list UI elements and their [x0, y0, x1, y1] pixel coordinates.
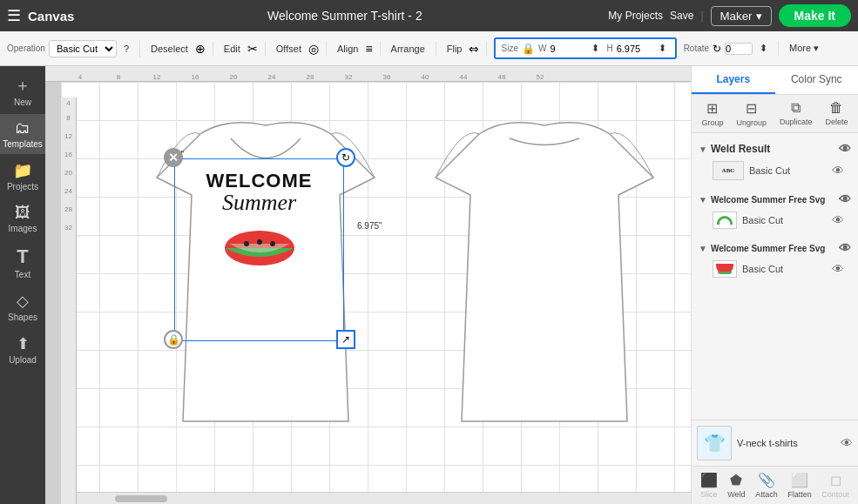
flatten-button[interactable]: ⬜ Flatten	[787, 472, 812, 499]
contour-icon: ◻	[830, 472, 841, 488]
layer-item-svg1-cut[interactable]: Basic Cut 👁	[699, 208, 851, 232]
attach-label: Attach	[755, 490, 778, 499]
layer-group-svg2: ▼ Welcome Summer Free Svg 👁 Basic Cut 👁	[692, 236, 858, 285]
maker-label: Maker	[720, 10, 753, 23]
sidebar-item-text[interactable]: T Text	[0, 240, 45, 285]
tshirt-thumb-eye[interactable]: 👁	[841, 436, 853, 450]
align-label: Align	[337, 44, 358, 54]
ungroup-icon: ⊟	[746, 100, 757, 117]
canvas-area[interactable]: 4 8 12 16 20 24 28 32 36 40 44 48 52 4 8…	[45, 66, 691, 504]
attach-button[interactable]: 📎 Attach	[755, 472, 778, 499]
svg2-cut-eye[interactable]: 👁	[832, 262, 844, 276]
sidebar-item-upload[interactable]: ⬆ Upload	[0, 329, 45, 370]
layer-item-svg2-cut[interactable]: Basic Cut 👁	[699, 257, 851, 281]
deselect-group: Deselect ⊕	[147, 42, 213, 56]
welcome-text: WELCOME	[206, 171, 313, 192]
layer-item-weld-cut[interactable]: ABC Basic Cut 👁	[699, 158, 851, 184]
height-stepper[interactable]: ⬍	[655, 41, 670, 56]
panel-action-icons: ⊞ Group ⊟ Ungroup ⧉ Duplicate 🗑 Delete	[692, 95, 858, 133]
weld-button[interactable]: ⬟ Weld	[727, 472, 745, 499]
svg1-eye[interactable]: 👁	[839, 192, 851, 206]
offset-button[interactable]: Offset	[273, 42, 305, 56]
watermelon-shape	[716, 264, 733, 274]
delete-button[interactable]: 🗑 Delete	[825, 100, 848, 127]
operation-select[interactable]: Basic Cut	[49, 40, 117, 57]
make-it-button[interactable]: Make It	[779, 4, 851, 27]
arrange-button[interactable]: Arrange	[388, 42, 429, 56]
deselect-label: Deselect	[151, 44, 188, 54]
attach-icon: 📎	[758, 472, 775, 488]
sidebar-item-shapes[interactable]: ◇ Shapes	[0, 286, 45, 327]
canvas-content[interactable]: 4 8 12 16 20 24 28 32	[61, 82, 691, 504]
arrange-group: Arrange	[388, 42, 436, 56]
sidebar-item-new[interactable]: ＋ New	[0, 70, 45, 112]
weld-cut-eye[interactable]: 👁	[832, 164, 844, 178]
ungroup-button[interactable]: ⊟ Ungroup	[736, 100, 767, 127]
flatten-label: Flatten	[787, 490, 812, 499]
images-icon: 🖼	[15, 204, 30, 222]
weld-result-eye[interactable]: 👁	[839, 142, 851, 156]
edit-button[interactable]: Edit	[220, 42, 244, 56]
templates-icon: 🗂	[15, 119, 30, 138]
svg-point-2	[257, 239, 262, 245]
text-icon: T	[17, 245, 28, 268]
my-projects-link[interactable]: My Projects	[608, 10, 663, 22]
weld-label: Weld	[727, 490, 745, 499]
flip-group: Flip ⇔	[443, 42, 488, 56]
flip-button[interactable]: Flip	[443, 42, 466, 56]
arrange-label: Arrange	[391, 44, 425, 54]
summer-text: Summer	[222, 192, 296, 214]
scrollbar-thumb[interactable]	[115, 495, 167, 502]
weld-result-collapse[interactable]: ▼	[699, 144, 707, 154]
tab-color-sync[interactable]: Color Sync	[775, 66, 859, 94]
rotate-input[interactable]	[725, 43, 753, 55]
green-arc-shape	[717, 216, 733, 225]
slice-button[interactable]: ⬛ Slice	[700, 472, 718, 499]
save-link[interactable]: Save	[670, 10, 693, 22]
svg2-eye[interactable]: 👁	[839, 241, 851, 255]
tab-layers[interactable]: Layers	[692, 66, 775, 94]
height-indicator: 6.975"	[357, 221, 382, 231]
rotate-stepper[interactable]: ⬍	[756, 41, 771, 56]
more-group: More ▾	[786, 41, 829, 56]
svg1-collapse[interactable]: ▼	[699, 195, 707, 205]
delete-icon: 🗑	[829, 100, 843, 116]
align-button[interactable]: Align	[334, 42, 361, 56]
left-sidebar: ＋ New 🗂 Templates 📁 Projects 🖼 Images T …	[0, 66, 45, 504]
duplicate-button[interactable]: ⧉ Duplicate	[780, 100, 813, 127]
sidebar-item-upload-label: Upload	[9, 355, 37, 365]
height-input[interactable]	[617, 44, 652, 54]
maker-chevron-icon: ▾	[756, 10, 762, 23]
svg1-cut-eye[interactable]: 👁	[832, 213, 844, 227]
maker-button[interactable]: Maker ▾	[711, 6, 772, 26]
offset-icon: ◎	[308, 42, 319, 56]
new-icon: ＋	[15, 75, 30, 96]
operation-help-button[interactable]: ?	[120, 42, 132, 56]
group-button[interactable]: ⊞ Group	[701, 100, 723, 127]
svg2-collapse[interactable]: ▼	[699, 244, 707, 253]
deselect-button[interactable]: Deselect	[147, 42, 192, 56]
scrollbar-horizontal[interactable]	[77, 492, 691, 504]
size-label: Size	[501, 44, 517, 53]
sidebar-item-templates[interactable]: 🗂 Templates	[0, 114, 45, 154]
menu-icon[interactable]: ☰	[7, 6, 21, 25]
contour-button[interactable]: ◻ Contour	[821, 472, 849, 499]
watermelon-design	[220, 218, 299, 265]
svg-point-3	[270, 241, 275, 246]
edit-group: Edit ✂	[220, 42, 266, 56]
layers-list: ▼ Weld Result 👁 ABC Basic Cut 👁 ▼ Welcom…	[692, 133, 858, 420]
operation-group: Operation Basic Cut ?	[7, 40, 140, 57]
sidebar-item-shapes-label: Shapes	[8, 312, 37, 322]
sidebar-item-projects[interactable]: 📁 Projects	[0, 156, 45, 197]
weld-result-title: Weld Result	[711, 143, 770, 155]
edit-icon: ✂	[247, 42, 258, 56]
width-input[interactable]	[550, 44, 584, 54]
main-layout: ＋ New 🗂 Templates 📁 Projects 🖼 Images T …	[0, 66, 858, 504]
more-button[interactable]: More ▾	[786, 41, 822, 56]
width-stepper[interactable]: ⬍	[588, 41, 603, 56]
toolbar: Operation Basic Cut ? Deselect ⊕ Edit ✂ …	[0, 31, 858, 66]
layer-group-weld-result: ▼ Weld Result 👁 ABC Basic Cut 👁	[692, 137, 858, 187]
operation-label: Operation	[7, 44, 45, 53]
sidebar-item-images[interactable]: 🖼 Images	[0, 198, 45, 239]
weld-cut-label: Basic Cut	[749, 165, 790, 176]
